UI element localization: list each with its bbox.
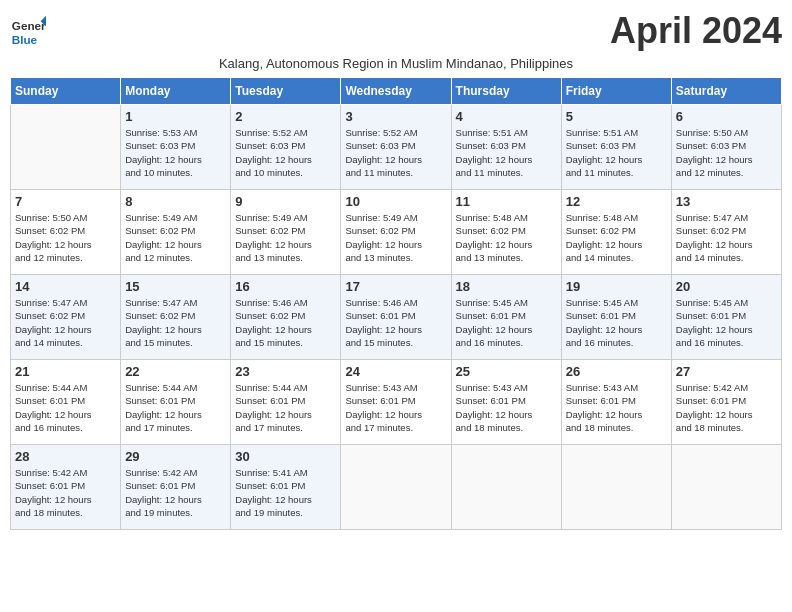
calendar-cell: 12Sunrise: 5:48 AMSunset: 6:02 PMDayligh… <box>561 190 671 275</box>
day-info: Sunrise: 5:49 AMSunset: 6:02 PMDaylight:… <box>345 211 446 264</box>
calendar-cell: 17Sunrise: 5:46 AMSunset: 6:01 PMDayligh… <box>341 275 451 360</box>
calendar-cell: 16Sunrise: 5:46 AMSunset: 6:02 PMDayligh… <box>231 275 341 360</box>
day-info: Sunrise: 5:45 AMSunset: 6:01 PMDaylight:… <box>566 296 667 349</box>
day-number: 20 <box>676 279 777 294</box>
day-info: Sunrise: 5:51 AMSunset: 6:03 PMDaylight:… <box>456 126 557 179</box>
day-number: 17 <box>345 279 446 294</box>
day-number: 14 <box>15 279 116 294</box>
calendar-cell: 27Sunrise: 5:42 AMSunset: 6:01 PMDayligh… <box>671 360 781 445</box>
day-info: Sunrise: 5:47 AMSunset: 6:02 PMDaylight:… <box>125 296 226 349</box>
day-info: Sunrise: 5:43 AMSunset: 6:01 PMDaylight:… <box>456 381 557 434</box>
calendar-cell: 23Sunrise: 5:44 AMSunset: 6:01 PMDayligh… <box>231 360 341 445</box>
day-number: 27 <box>676 364 777 379</box>
day-number: 2 <box>235 109 336 124</box>
calendar-cell: 28Sunrise: 5:42 AMSunset: 6:01 PMDayligh… <box>11 445 121 530</box>
day-number: 3 <box>345 109 446 124</box>
day-info: Sunrise: 5:43 AMSunset: 6:01 PMDaylight:… <box>345 381 446 434</box>
day-number: 13 <box>676 194 777 209</box>
day-number: 23 <box>235 364 336 379</box>
calendar-cell: 5Sunrise: 5:51 AMSunset: 6:03 PMDaylight… <box>561 105 671 190</box>
day-number: 1 <box>125 109 226 124</box>
day-info: Sunrise: 5:50 AMSunset: 6:03 PMDaylight:… <box>676 126 777 179</box>
day-info: Sunrise: 5:45 AMSunset: 6:01 PMDaylight:… <box>456 296 557 349</box>
svg-text:Blue: Blue <box>12 33 38 46</box>
day-info: Sunrise: 5:42 AMSunset: 6:01 PMDaylight:… <box>676 381 777 434</box>
day-info: Sunrise: 5:46 AMSunset: 6:02 PMDaylight:… <box>235 296 336 349</box>
day-info: Sunrise: 5:49 AMSunset: 6:02 PMDaylight:… <box>235 211 336 264</box>
day-number: 6 <box>676 109 777 124</box>
day-of-week-header: Monday <box>121 78 231 105</box>
day-number: 19 <box>566 279 667 294</box>
logo: General Blue <box>10 14 46 50</box>
day-info: Sunrise: 5:52 AMSunset: 6:03 PMDaylight:… <box>235 126 336 179</box>
calendar-cell: 9Sunrise: 5:49 AMSunset: 6:02 PMDaylight… <box>231 190 341 275</box>
day-of-week-header: Thursday <box>451 78 561 105</box>
day-info: Sunrise: 5:44 AMSunset: 6:01 PMDaylight:… <box>125 381 226 434</box>
day-number: 4 <box>456 109 557 124</box>
day-of-week-header: Wednesday <box>341 78 451 105</box>
day-info: Sunrise: 5:41 AMSunset: 6:01 PMDaylight:… <box>235 466 336 519</box>
day-info: Sunrise: 5:48 AMSunset: 6:02 PMDaylight:… <box>456 211 557 264</box>
day-number: 26 <box>566 364 667 379</box>
day-info: Sunrise: 5:51 AMSunset: 6:03 PMDaylight:… <box>566 126 667 179</box>
day-info: Sunrise: 5:42 AMSunset: 6:01 PMDaylight:… <box>125 466 226 519</box>
calendar-cell: 30Sunrise: 5:41 AMSunset: 6:01 PMDayligh… <box>231 445 341 530</box>
day-info: Sunrise: 5:50 AMSunset: 6:02 PMDaylight:… <box>15 211 116 264</box>
calendar-cell: 4Sunrise: 5:51 AMSunset: 6:03 PMDaylight… <box>451 105 561 190</box>
calendar-cell: 19Sunrise: 5:45 AMSunset: 6:01 PMDayligh… <box>561 275 671 360</box>
day-number: 29 <box>125 449 226 464</box>
day-number: 22 <box>125 364 226 379</box>
day-number: 9 <box>235 194 336 209</box>
calendar-cell <box>341 445 451 530</box>
calendar-cell <box>671 445 781 530</box>
calendar-cell <box>561 445 671 530</box>
day-number: 28 <box>15 449 116 464</box>
calendar-cell: 20Sunrise: 5:45 AMSunset: 6:01 PMDayligh… <box>671 275 781 360</box>
calendar-cell: 11Sunrise: 5:48 AMSunset: 6:02 PMDayligh… <box>451 190 561 275</box>
calendar-cell: 8Sunrise: 5:49 AMSunset: 6:02 PMDaylight… <box>121 190 231 275</box>
day-number: 15 <box>125 279 226 294</box>
day-number: 21 <box>15 364 116 379</box>
month-title: April 2024 <box>610 10 782 52</box>
calendar-cell: 3Sunrise: 5:52 AMSunset: 6:03 PMDaylight… <box>341 105 451 190</box>
day-number: 12 <box>566 194 667 209</box>
day-number: 7 <box>15 194 116 209</box>
day-number: 25 <box>456 364 557 379</box>
day-of-week-header: Sunday <box>11 78 121 105</box>
calendar-cell: 10Sunrise: 5:49 AMSunset: 6:02 PMDayligh… <box>341 190 451 275</box>
calendar-cell: 2Sunrise: 5:52 AMSunset: 6:03 PMDaylight… <box>231 105 341 190</box>
day-info: Sunrise: 5:48 AMSunset: 6:02 PMDaylight:… <box>566 211 667 264</box>
calendar-cell <box>451 445 561 530</box>
day-number: 24 <box>345 364 446 379</box>
day-info: Sunrise: 5:43 AMSunset: 6:01 PMDaylight:… <box>566 381 667 434</box>
subtitle: Kalang, Autonomous Region in Muslim Mind… <box>10 56 782 71</box>
calendar-cell: 1Sunrise: 5:53 AMSunset: 6:03 PMDaylight… <box>121 105 231 190</box>
day-number: 11 <box>456 194 557 209</box>
calendar-cell: 14Sunrise: 5:47 AMSunset: 6:02 PMDayligh… <box>11 275 121 360</box>
calendar-cell: 13Sunrise: 5:47 AMSunset: 6:02 PMDayligh… <box>671 190 781 275</box>
calendar-cell: 29Sunrise: 5:42 AMSunset: 6:01 PMDayligh… <box>121 445 231 530</box>
calendar-cell: 22Sunrise: 5:44 AMSunset: 6:01 PMDayligh… <box>121 360 231 445</box>
day-info: Sunrise: 5:46 AMSunset: 6:01 PMDaylight:… <box>345 296 446 349</box>
calendar-cell: 15Sunrise: 5:47 AMSunset: 6:02 PMDayligh… <box>121 275 231 360</box>
day-info: Sunrise: 5:44 AMSunset: 6:01 PMDaylight:… <box>15 381 116 434</box>
calendar-cell: 6Sunrise: 5:50 AMSunset: 6:03 PMDaylight… <box>671 105 781 190</box>
day-of-week-header: Saturday <box>671 78 781 105</box>
calendar-cell: 26Sunrise: 5:43 AMSunset: 6:01 PMDayligh… <box>561 360 671 445</box>
day-number: 8 <box>125 194 226 209</box>
day-number: 10 <box>345 194 446 209</box>
header: General Blue April 2024 <box>10 10 782 52</box>
day-number: 5 <box>566 109 667 124</box>
day-of-week-header: Tuesday <box>231 78 341 105</box>
calendar-cell: 18Sunrise: 5:45 AMSunset: 6:01 PMDayligh… <box>451 275 561 360</box>
day-number: 30 <box>235 449 336 464</box>
calendar-table: SundayMondayTuesdayWednesdayThursdayFrid… <box>10 77 782 530</box>
day-info: Sunrise: 5:47 AMSunset: 6:02 PMDaylight:… <box>676 211 777 264</box>
calendar-cell: 25Sunrise: 5:43 AMSunset: 6:01 PMDayligh… <box>451 360 561 445</box>
day-info: Sunrise: 5:49 AMSunset: 6:02 PMDaylight:… <box>125 211 226 264</box>
day-info: Sunrise: 5:45 AMSunset: 6:01 PMDaylight:… <box>676 296 777 349</box>
day-info: Sunrise: 5:44 AMSunset: 6:01 PMDaylight:… <box>235 381 336 434</box>
day-info: Sunrise: 5:42 AMSunset: 6:01 PMDaylight:… <box>15 466 116 519</box>
day-of-week-header: Friday <box>561 78 671 105</box>
day-info: Sunrise: 5:52 AMSunset: 6:03 PMDaylight:… <box>345 126 446 179</box>
